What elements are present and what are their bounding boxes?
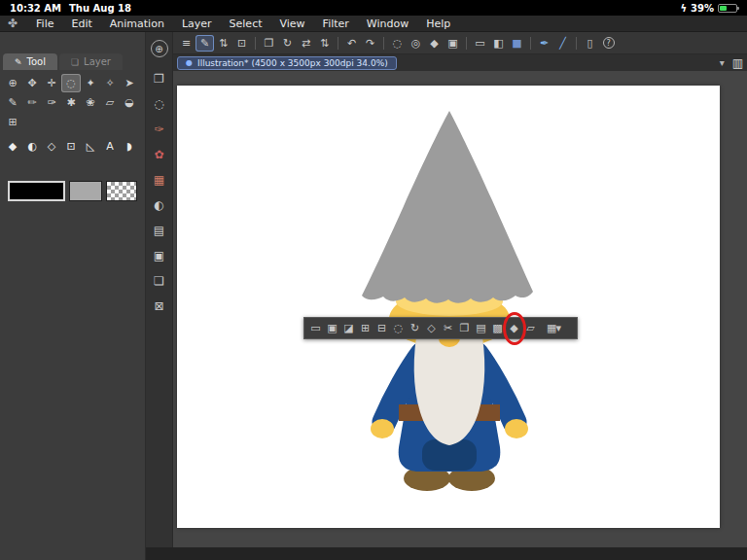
pen-tool[interactable]: ✎ [3, 93, 22, 112]
text-subtool[interactable]: A [100, 137, 120, 156]
layer-panel-icon[interactable]: ❏ [149, 270, 169, 291]
tool-panel: ✎ Tool ❏ Layer ⊕✥✛◌✦✧➤ ✎✏✑✱❀▱◒ ⊞ ◆◐◇⊡◺A◗ [0, 32, 146, 560]
color-set-panel-icon[interactable]: ▦ [149, 169, 169, 190]
paste-icon[interactable]: ▤ [473, 320, 489, 336]
undo-icon[interactable]: ↶ [342, 35, 361, 52]
main-menu-icon[interactable]: ≡ [177, 35, 196, 52]
deselect-icon[interactable]: ◎ [407, 35, 425, 52]
eraser-tool[interactable]: ▱ [100, 93, 120, 112]
expand-selection-icon[interactable]: ⊞ [357, 320, 374, 336]
sub-color-swatch[interactable] [69, 181, 102, 201]
redo-icon[interactable]: ↷ [361, 35, 379, 52]
launcher-settings-icon[interactable]: ▦▾ [539, 320, 568, 336]
border-selection-icon[interactable]: ◌ [390, 320, 407, 336]
menu-item[interactable]: Animation [101, 18, 173, 30]
tab-layer[interactable]: ❏ Layer [59, 53, 123, 70]
frame-subtool[interactable]: ⊡ [61, 137, 81, 156]
photo-import-icon[interactable]: ⊡ [232, 35, 251, 52]
tool-property-panel-icon[interactable]: ◌ [149, 93, 169, 114]
move-tool[interactable]: ✛ [42, 74, 61, 92]
status-bar: 10:32 AM Thu Aug 18 ϟ 39% [0, 0, 747, 16]
fill-icon[interactable]: ◆ [506, 320, 522, 336]
deselect-icon[interactable]: ▭ [307, 320, 324, 336]
tone-select-icon[interactable]: ◧ [489, 35, 508, 52]
blend-tool[interactable]: ◒ [120, 93, 139, 112]
balloon-subtool[interactable]: ◗ [120, 137, 139, 156]
panel-tab-icon: ❏ [71, 57, 79, 67]
correction-tool[interactable]: ⊞ [3, 113, 22, 131]
panel-tab-label: Tool [27, 56, 46, 67]
erase-selection-icon[interactable]: ▱ [522, 320, 539, 336]
rotate-selection-icon[interactable]: ↻ [407, 320, 423, 336]
close-panels-icon[interactable]: ⊠ [149, 296, 169, 316]
gnome-illustration [177, 86, 720, 528]
menu-items: FileEditAnimationLayerSelectViewFilterWi… [27, 18, 459, 30]
shrink-selection-icon[interactable]: ⊟ [374, 320, 390, 336]
material-panel-icon[interactable]: ▤ [149, 220, 169, 240]
scale-selection-icon[interactable]: ◇ [423, 320, 440, 336]
flip-canvas-icon[interactable]: ⇄ [297, 35, 315, 52]
auto-select-tool[interactable]: ✦ [81, 74, 100, 92]
toolbar-separator [251, 35, 260, 52]
app-logo-icon[interactable]: ✤ [8, 17, 18, 30]
gradient-subtool[interactable]: ◐ [22, 137, 42, 156]
pen-mode-icon[interactable]: ✒ [535, 35, 553, 52]
panel-tab-icon: ✎ [15, 57, 22, 67]
color-wheel-panel-icon[interactable]: ✿ [149, 144, 169, 164]
selection-ring-icon[interactable]: ◌ [388, 35, 407, 52]
hand-tool[interactable]: ✥ [22, 74, 42, 92]
quick-zoom-icon[interactable]: ⊕ [151, 40, 168, 57]
active-area-icon[interactable]: ■ [508, 35, 526, 52]
decoration-tool[interactable]: ❀ [81, 93, 100, 112]
pencil-tool[interactable]: ✏ [22, 93, 42, 112]
subtool-panel-icon[interactable]: ❐ [149, 68, 169, 88]
menu-item[interactable]: Filter [314, 18, 358, 30]
drawing-canvas[interactable] [177, 86, 720, 528]
device-icon[interactable]: ▯ [581, 35, 599, 52]
menu-item[interactable]: Layer [173, 18, 221, 30]
menu-item[interactable]: Edit [62, 18, 100, 30]
panel-toggle-icon[interactable]: ▥ [732, 56, 743, 70]
color-mix-panel-icon[interactable]: ◐ [149, 194, 169, 215]
document-tab[interactable]: ● Illustration* (4500 x 3500px 300dpi 34… [177, 56, 397, 70]
tab-tool[interactable]: ✎ Tool [3, 53, 57, 70]
menu-item[interactable]: Select [221, 18, 271, 30]
menu-item[interactable]: File [27, 18, 62, 30]
airbrush-tool[interactable]: ✱ [61, 93, 81, 112]
fill-tool-icon[interactable]: ◆ [425, 35, 444, 52]
brush-size-panel-icon[interactable]: ✑ [149, 119, 169, 139]
crop-icon[interactable]: ▣ [444, 35, 462, 52]
figure-subtool[interactable]: ◇ [42, 137, 61, 156]
toolbar-separator [334, 35, 342, 52]
menu-item[interactable]: Window [358, 18, 417, 30]
invert-selection-icon[interactable]: ◪ [340, 320, 357, 336]
tone-icon[interactable]: ▩ [489, 320, 506, 336]
edit-pen-icon[interactable]: ✎ [196, 35, 214, 52]
help-icon[interactable]: ? [599, 35, 618, 52]
tool-switch-icon[interactable]: ⇅ [214, 35, 232, 52]
main-color-swatch[interactable] [8, 181, 65, 201]
eyedropper-tool[interactable]: ✧ [100, 74, 120, 92]
tool-row-2: ✎✏✑✱❀▱◒ [3, 93, 142, 112]
brush-tool[interactable]: ✑ [42, 93, 61, 112]
fill-subtool[interactable]: ◆ [3, 137, 22, 156]
gnome-hand-right [505, 419, 528, 438]
menu-item[interactable]: Help [417, 18, 459, 30]
tab-list-chevron-icon[interactable]: ▾ [720, 57, 725, 68]
export-icon[interactable]: ❐ [260, 35, 278, 52]
copy-icon[interactable]: ❐ [456, 320, 473, 336]
rotate-canvas-icon[interactable]: ↻ [278, 35, 297, 52]
bottom-strip [146, 547, 747, 560]
menu-item[interactable]: View [271, 18, 314, 30]
navigator-panel-icon[interactable]: ▣ [149, 245, 169, 265]
line-mode-icon[interactable]: ╱ [553, 35, 572, 52]
transparent-color-swatch[interactable] [106, 181, 137, 201]
selection-tool[interactable]: ◌ [61, 74, 81, 92]
cut-icon[interactable]: ✂ [440, 320, 456, 336]
operation-tool[interactable]: ➤ [120, 74, 139, 92]
view-chevrons-icon[interactable]: ⇅ [315, 35, 334, 52]
reselect-icon[interactable]: ▣ [324, 320, 340, 336]
zoom-tool[interactable]: ⊕ [3, 74, 22, 92]
rect-select-icon[interactable]: ▭ [471, 35, 489, 52]
ruler-subtool[interactable]: ◺ [81, 137, 100, 156]
